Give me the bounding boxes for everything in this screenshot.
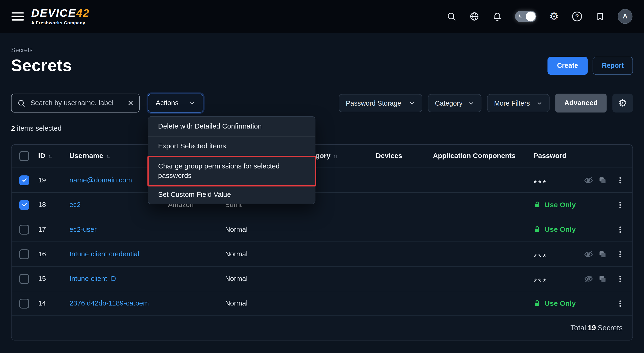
page-content: Secrets Secrets Create Report × Actions [0, 46, 644, 340]
column-header-application-components: Application Components [433, 152, 516, 160]
top-bar-actions: ⚙ ? A [446, 9, 632, 24]
bookmark-icon[interactable] [595, 11, 605, 22]
username-link[interactable]: name@domain.com [70, 176, 132, 184]
username-link[interactable]: ec2-user [70, 226, 96, 233]
sort-icon: ↑↓ [106, 154, 110, 159]
table-footer: Total19Secrets [12, 316, 633, 340]
cell-id: 17 [38, 226, 46, 234]
help-icon[interactable]: ? [572, 11, 582, 22]
create-button[interactable]: Create [548, 56, 588, 74]
row-menu-button[interactable] [616, 299, 624, 308]
page-title: Secrets [11, 56, 72, 75]
cell-category: Normal [225, 299, 248, 308]
more-filters-label: More Filters [494, 99, 530, 107]
brand-accent: 42 [76, 7, 90, 19]
bell-icon[interactable] [492, 11, 503, 22]
masked-password: *** [534, 277, 547, 286]
cell-category: Normal [225, 274, 248, 283]
table-row: 14 2376 d42do-1189-ca.pem Normal Use Onl… [12, 291, 633, 316]
filter-group: Password Storage Category More Filters [339, 94, 633, 112]
chevron-down-icon [189, 100, 196, 106]
sort-icon: ↑↓ [333, 154, 337, 159]
clear-search-icon[interactable]: × [128, 98, 134, 108]
row-checkbox[interactable] [19, 175, 29, 185]
gear-icon: ⚙ [618, 98, 627, 108]
column-header-id[interactable]: ID↑↓ [38, 152, 52, 160]
brand-name: DEVICE [31, 7, 76, 19]
app-root: DEVICE42 A Freshworks Company ⚙ ? [0, 0, 644, 353]
row-checkbox[interactable] [19, 200, 29, 210]
actions-dropdown-button[interactable]: Actions [148, 94, 204, 112]
settings-gear-icon[interactable]: ⚙ [549, 11, 560, 22]
masked-password: *** [534, 252, 547, 262]
row-checkbox[interactable] [19, 298, 29, 308]
select-all-checkbox[interactable] [19, 151, 29, 161]
menu-item-export-selected[interactable]: Export Selected items [148, 136, 315, 156]
brand-tagline: A Freshworks Company [31, 20, 90, 25]
theme-toggle[interactable] [515, 11, 536, 22]
more-filters-dropdown[interactable]: More Filters [487, 94, 550, 112]
use-only-badge: Use Only [534, 200, 576, 209]
search-icon[interactable] [446, 11, 457, 22]
sort-icon: ↑↓ [48, 154, 52, 159]
user-avatar[interactable]: A [618, 9, 633, 24]
brand-logo: DEVICE42 A Freshworks Company [31, 8, 90, 25]
row-menu-button[interactable] [616, 250, 624, 258]
eye-off-icon[interactable] [584, 250, 593, 258]
table-row: 17 ec2-user Normal Use Only [12, 218, 633, 242]
selection-count: 2 [11, 124, 15, 132]
footer-total-label: Total [570, 324, 586, 332]
username-link[interactable]: 2376 d42do-1189-ca.pem [70, 299, 149, 307]
password-storage-label: Password Storage [346, 99, 401, 107]
row-menu-button[interactable] [616, 200, 624, 209]
eye-off-icon[interactable] [584, 274, 593, 283]
row-menu-button[interactable] [616, 226, 624, 234]
cell-id: 16 [38, 250, 46, 258]
selection-suffix: items selected [15, 124, 62, 132]
chevron-down-icon [468, 100, 474, 106]
row-checkbox[interactable] [19, 249, 29, 259]
cell-category: Normal [225, 250, 248, 258]
password-storage-filter[interactable]: Password Storage [339, 94, 422, 112]
actions-dropdown-menu: Delete with Detailed Confirmation Export… [148, 116, 316, 204]
table-row: 16 Intune client credential Normal *** [12, 242, 633, 266]
category-filter[interactable]: Category [428, 94, 482, 112]
row-checkbox[interactable] [19, 274, 29, 284]
copy-icon[interactable] [598, 250, 607, 258]
copy-icon[interactable] [598, 274, 607, 283]
username-link[interactable]: Intune client ID [70, 274, 116, 282]
table-settings-button[interactable]: ⚙ [612, 94, 633, 112]
footer-total-suffix: Secrets [598, 324, 622, 332]
menu-item-delete-with-confirmation[interactable]: Delete with Detailed Confirmation [148, 117, 315, 136]
secrets-table: ID↑↓ Username↑↓ Category↑↓ Devices Appli… [11, 144, 633, 340]
username-link[interactable]: Intune client credential [70, 250, 140, 258]
title-row: Secrets Create Report [11, 56, 633, 75]
column-header-username[interactable]: Username↑↓ [70, 152, 110, 160]
category-filter-label: Category [435, 99, 462, 107]
hamburger-menu-icon[interactable] [12, 12, 24, 21]
theme-toggle-knob [526, 12, 536, 22]
row-menu-button[interactable] [616, 176, 624, 184]
report-button[interactable]: Report [593, 56, 633, 74]
menu-item-change-group-permissions[interactable]: Change group permissions for selected pa… [148, 156, 315, 186]
copy-icon[interactable] [598, 176, 607, 184]
column-header-password: Password [534, 152, 566, 160]
breadcrumb[interactable]: Secrets [11, 46, 633, 54]
menu-item-set-custom-field-value[interactable]: Set Custom Field Value [148, 186, 315, 204]
use-only-badge: Use Only [534, 225, 576, 234]
search-box: × [11, 94, 140, 112]
cell-category: Normal [225, 226, 248, 234]
top-bar: DEVICE42 A Freshworks Company ⚙ ? [0, 0, 644, 33]
row-menu-button[interactable] [616, 274, 624, 283]
eye-off-icon[interactable] [584, 176, 593, 184]
username-link[interactable]: ec2 [70, 200, 81, 208]
advanced-button[interactable]: Advanced [555, 94, 606, 112]
actions-label: Actions [156, 99, 178, 107]
cell-id: 19 [38, 176, 46, 184]
footer-total-count: 19 [588, 324, 596, 332]
globe-icon[interactable] [469, 11, 480, 22]
search-input[interactable] [30, 98, 124, 108]
table-row: 19 name@domain.com *** [12, 168, 633, 192]
table-row: 15 Intune client ID Normal *** [12, 266, 633, 291]
row-checkbox[interactable] [19, 224, 29, 234]
